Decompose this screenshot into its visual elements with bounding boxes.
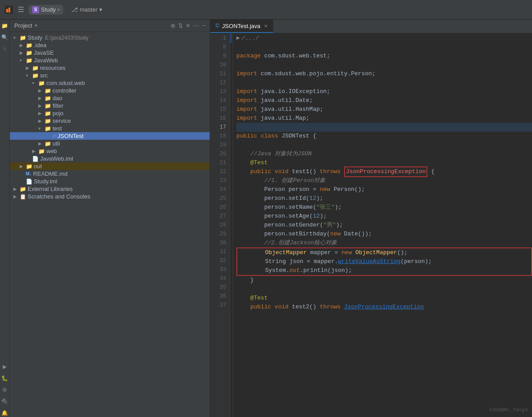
tree-item-util[interactable]: ▶ 📁 util <box>10 140 210 147</box>
branch-selector[interactable]: ⎇ master ▾ <box>68 5 106 14</box>
folder-icon-service: 📁 <box>45 118 51 124</box>
tree-arrow-test: ▾ <box>38 126 44 131</box>
svg-rect-2 <box>8 8 10 12</box>
icon-bar-run[interactable]: ▶ <box>1 363 9 371</box>
code-token: "男" <box>323 221 336 230</box>
tree-label-web: web <box>46 148 57 154</box>
code-token: @Test <box>250 158 268 167</box>
line-marker-1 <box>230 34 232 43</box>
tree-item-filter[interactable]: ▶ 📁 filter <box>10 102 210 109</box>
tree-item-javaweb[interactable]: ▾ 📁 JavaWeb <box>10 57 210 64</box>
project-selector[interactable]: S Study ▾ <box>28 5 63 15</box>
tree-label-javase: JavaSE <box>34 49 54 56</box>
iml-icon-javaweb: 📄 <box>32 156 39 162</box>
tree-arrow-pojo: ▶ <box>38 111 44 116</box>
tab-close-button[interactable]: ✕ <box>264 24 268 28</box>
tree-item-service[interactable]: ▶ 📁 service <box>10 117 210 125</box>
code-token <box>236 150 250 158</box>
tree-item-out[interactable]: ▶ 📁 out <box>10 162 210 170</box>
folder-icon-out: 📁 <box>26 163 32 170</box>
code-token <box>236 239 264 247</box>
icon-bar-plugins[interactable]: 🔌 <box>1 397 9 405</box>
tree-label-filter: filter <box>53 102 64 109</box>
icon-bar-vcs[interactable]: ⑂ <box>1 45 9 53</box>
red-border-block-31-33: ObjectMapper mapper = new ObjectMapper (… <box>236 247 532 276</box>
project-icon: S <box>32 6 39 13</box>
tree-item-readme[interactable]: M↓ README.md <box>10 170 210 178</box>
sidebar-icon-collapse[interactable]: ⇅ <box>178 22 183 29</box>
code-token <box>341 167 344 176</box>
tree-arrow-javase: ▶ <box>20 50 25 55</box>
code-line-11: import com.sdust.web.pojo.entity.Person; <box>236 69 532 78</box>
tree-item-javaweb-iml[interactable]: 📄 JavaWeb.iml <box>10 155 210 162</box>
code-token: java.util.Map; <box>257 114 309 123</box>
icon-bar-settings[interactable]: ⚙ <box>1 386 9 394</box>
tree-item-scratches[interactable]: ▶ 📋 Scratches and Consoles <box>10 193 210 200</box>
tree-item-test[interactable]: ▾ 📁 test <box>10 125 210 132</box>
sidebar-tree: ▾ 📁 Study E:\java2403\Study ▶ 📁 .idea ▶ … <box>10 32 210 417</box>
tree-item-javase[interactable]: ▶ 📁 JavaSE <box>10 49 210 57</box>
tree-item-com-sdust-web[interactable]: ▾ 📁 com.sdust.web <box>10 79 210 87</box>
code-token: package <box>236 52 261 61</box>
sidebar-icon-more[interactable]: ⋯ <box>193 22 199 29</box>
code-content[interactable]: ▶ /.../ package com.sdust.web.test; impo… <box>233 34 532 417</box>
editor-tab-jsontest[interactable]: © JSONTest.java ✕ <box>210 20 273 33</box>
tree-item-study-iml[interactable]: 📄 Study.iml <box>10 178 210 185</box>
tree-item-web[interactable]: ▶ 📁 web <box>10 147 210 155</box>
code-token: Person(); <box>330 185 365 194</box>
code-token <box>271 167 275 176</box>
tree-item-study-root[interactable]: ▾ 📁 Study E:\java2403\Study <box>10 34 210 41</box>
tree-path-study: E:\java2403\Study <box>45 35 88 41</box>
line-num-9: 9 <box>214 52 226 61</box>
code-token <box>237 248 265 257</box>
sidebar-icon-minimize[interactable]: − <box>202 22 205 29</box>
line-num-19: 19 <box>214 141 226 150</box>
line-num-10: 10 <box>214 61 226 69</box>
icon-bar-folder[interactable]: 📁 <box>1 22 9 30</box>
tree-item-dao[interactable]: ▶ 📁 dao <box>10 94 210 102</box>
folder-icon-filter: 📁 <box>45 103 51 109</box>
code-token: class <box>261 132 278 141</box>
line-num-26: 26 <box>214 203 226 212</box>
iml-icon-study: 📄 <box>26 178 32 185</box>
sidebar: Project ▾ ⊕ ⇅ ✕ ⋯ − ▾ 📁 Study E:\java240… <box>10 20 210 417</box>
left-icon-bar: 📁 🔍 ⑂ ▶ 🐛 ⚙ 🔌 🔔 <box>0 20 10 417</box>
code-token: import <box>236 114 257 123</box>
tree-arrow-com-sdust-web: ▾ <box>32 81 37 85</box>
code-line-16: import java.util.Map; <box>236 114 532 123</box>
code-line-22: public void test1() throws JsonProcessin… <box>236 167 532 176</box>
code-token: java.util.HashMap; <box>257 105 323 114</box>
code-editor[interactable]: 1 8 9 10 11 12 13 14 15 16 17 18 19 20 2… <box>210 34 532 417</box>
icon-bar-search[interactable]: 🔍 <box>1 33 9 41</box>
fold-arrow-1[interactable]: ▶ <box>236 34 240 43</box>
editor-tabs: © JSONTest.java ✕ <box>210 20 532 34</box>
folder-icon-pojo: 📁 <box>45 110 51 117</box>
sidebar-header: Project ▾ ⊕ ⇅ ✕ ⋯ − <box>10 20 210 32</box>
sidebar-icon-crosshair[interactable]: ⊕ <box>171 22 175 29</box>
code-token: ); <box>336 221 343 230</box>
line-num-15: 15 <box>214 105 226 114</box>
code-line-24: Person person = new Person(); <box>236 185 532 194</box>
sidebar-icon-close[interactable]: ✕ <box>186 22 191 29</box>
code-token: ObjectMapper <box>355 248 397 257</box>
tree-label-jsontest: JSONTest <box>57 133 84 139</box>
tree-item-controller[interactable]: ▶ 📁 controller <box>10 87 210 94</box>
tree-item-external-libs[interactable]: ▶ 📁 External Libraries <box>10 185 210 193</box>
line-num-23: 23 <box>214 176 226 185</box>
tree-item-pojo[interactable]: ▶ 📁 pojo <box>10 109 210 117</box>
sidebar-dropdown-arrow[interactable]: ▾ <box>35 23 37 28</box>
code-line-28: person.setGender( "男" ); <box>236 221 532 230</box>
icon-bar-debug[interactable]: 🐛 <box>1 374 9 382</box>
tree-item-idea[interactable]: ▶ 📁 .idea <box>10 41 210 49</box>
code-line-1: ▶ /.../ <box>236 34 532 43</box>
branch-icon: ⎇ <box>71 6 78 13</box>
tree-item-resources[interactable]: ▶ 📁 resources <box>10 64 210 72</box>
tree-label-readme: README.md <box>33 170 67 177</box>
error-token-jsonprocessingexception: JsonProcessingException <box>344 166 427 177</box>
line-num-18: 18 <box>214 132 226 141</box>
menu-icon[interactable]: ☰ <box>18 5 24 14</box>
icon-bar-notifications[interactable]: 🔔 <box>1 409 9 417</box>
tree-item-src[interactable]: ▾ 📁 src <box>10 72 210 79</box>
tree-item-jsontest[interactable]: © JSONTest <box>10 132 210 140</box>
code-line-34: } <box>236 276 532 285</box>
